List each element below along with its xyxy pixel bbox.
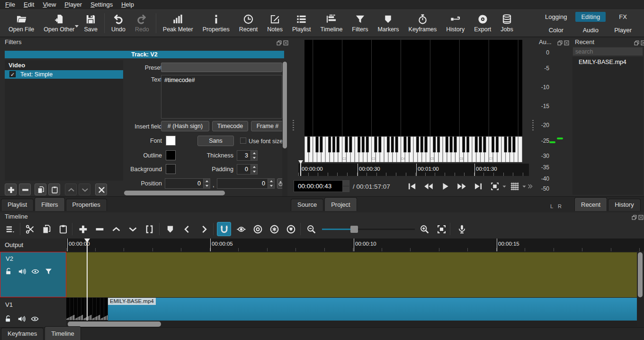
zoom-slider-handle[interactable] — [350, 226, 358, 233]
redo-button[interactable]: Redo — [130, 11, 154, 36]
split-button[interactable] — [142, 222, 156, 236]
properties-button[interactable]: Properties — [198, 11, 234, 36]
layout-logging[interactable]: Logging — [539, 12, 572, 22]
tab-playlist[interactable]: Playlist — [1, 199, 34, 211]
tab-filters[interactable]: Filters — [35, 197, 64, 211]
track-head-v2[interactable]: V2 — [0, 252, 66, 297]
panel-splitter-grip[interactable] — [532, 120, 534, 130]
tab-source[interactable]: Source — [291, 199, 323, 211]
float-panel-icon[interactable] — [276, 39, 282, 46]
track-lock-icon[interactable] — [5, 267, 13, 276]
paste-filter-button[interactable] — [48, 184, 60, 195]
menu-settings[interactable]: Settings — [86, 0, 117, 9]
font-color-swatch[interactable] — [166, 136, 176, 146]
lift-button[interactable] — [109, 222, 123, 236]
outline-color-swatch[interactable] — [166, 150, 176, 160]
marker-button[interactable] — [163, 222, 177, 236]
copy-filter-button[interactable] — [35, 184, 46, 195]
copy-button[interactable] — [39, 222, 54, 236]
cut-button[interactable] — [23, 222, 37, 236]
scrub-while-dragging-button[interactable] — [234, 222, 248, 236]
close-panel-icon[interactable] — [283, 39, 289, 46]
peak-meter-button[interactable]: Peak Meter — [158, 11, 198, 36]
record-audio-button[interactable] — [455, 222, 469, 236]
add-filter-button[interactable] — [5, 184, 17, 195]
grid-button[interactable] — [509, 180, 521, 193]
undo-button[interactable]: Undo — [107, 11, 130, 36]
recent-button[interactable]: Recent — [234, 11, 263, 36]
toolbar-overflow-button[interactable] — [527, 182, 533, 191]
insert-timecode-button[interactable]: Timecode — [212, 121, 248, 131]
move-filter-down-button[interactable] — [79, 184, 90, 195]
filters-vertical-scrollbar[interactable] — [282, 61, 287, 199]
ripple-markers-button[interactable] — [284, 222, 298, 236]
recent-list-item[interactable]: EMILY-BASE.mp4 — [579, 59, 626, 65]
track-head-v1[interactable]: V1 — [0, 298, 66, 327]
playlist-button[interactable]: Playlist — [287, 11, 316, 36]
zoom-out-button[interactable] — [304, 222, 318, 236]
history-button[interactable]: History — [441, 11, 469, 36]
timeline-horizontal-scrollbar[interactable] — [66, 321, 637, 327]
float-panel-icon[interactable] — [631, 214, 637, 220]
padding-spinner[interactable]: 0 — [237, 164, 258, 175]
ripple-delete-button[interactable] — [92, 222, 107, 236]
track-filter-icon[interactable] — [45, 267, 53, 276]
zoom-fit-button[interactable] — [434, 222, 448, 236]
skip-to-start-button[interactable] — [405, 180, 419, 193]
track-hide-icon[interactable] — [31, 267, 39, 276]
position-spinner[interactable]: 00:00:00:43 — [294, 180, 349, 192]
ripple-button[interactable] — [250, 222, 265, 236]
timeline-button[interactable]: Timeline — [316, 11, 348, 36]
overwrite-button[interactable] — [125, 222, 140, 236]
layout-color[interactable]: Color — [543, 25, 569, 35]
notes-button[interactable]: Notes — [262, 11, 287, 36]
snap-button[interactable] — [217, 222, 231, 236]
timeline-vertical-scrollbar[interactable] — [638, 252, 643, 298]
position-y-spinner[interactable]: 0 — [217, 178, 275, 189]
remove-filter-button[interactable] — [19, 184, 31, 195]
filters-horizontal-scrollbar[interactable] — [124, 191, 225, 195]
jobs-button[interactable]: Jobs — [496, 11, 518, 36]
player-time-ruler[interactable]: 00:00:0000:00:3000:01:0000:01:30 — [298, 164, 529, 176]
paste-button[interactable] — [56, 222, 70, 236]
timeline-menu-button[interactable] — [3, 222, 17, 236]
insert-hash-button[interactable]: # (Hash sign) — [161, 121, 209, 131]
layout-audio[interactable]: Audio — [577, 25, 604, 35]
tab-project[interactable]: Project — [324, 197, 357, 211]
append-button[interactable] — [76, 222, 90, 236]
menu-view[interactable]: View — [38, 0, 60, 9]
track-volume-icon[interactable] — [18, 267, 26, 276]
track-lock-icon[interactable] — [4, 315, 12, 323]
rewind-button[interactable] — [421, 180, 436, 193]
timeline-clip-v1[interactable]: EMILY-BASE.mp4 — [108, 298, 637, 321]
close-panel-icon[interactable] — [640, 39, 644, 46]
save-button[interactable]: Save — [80, 11, 103, 36]
tab-properties[interactable]: Properties — [66, 199, 107, 211]
skip-to-end-button[interactable] — [471, 180, 485, 193]
float-panel-icon[interactable] — [557, 39, 563, 46]
background-color-swatch[interactable] — [166, 164, 176, 174]
right-tab-history[interactable]: History — [608, 199, 640, 211]
output-track-label[interactable]: Output — [5, 241, 23, 248]
zoom-in-button[interactable] — [417, 222, 431, 236]
keyframes-button[interactable]: Keyframes — [404, 11, 442, 36]
right-tab-recent[interactable]: Recent — [574, 197, 607, 211]
insert-frame-button[interactable]: Frame # — [251, 121, 284, 131]
panel-splitter-grip[interactable] — [293, 120, 294, 130]
layout-player[interactable]: Player — [608, 25, 637, 35]
filter-list-item[interactable]: ✓ Text: Simple — [5, 70, 123, 79]
ripple-all-tracks-button[interactable] — [267, 222, 281, 236]
timeline-clip-v2[interactable] — [66, 252, 637, 297]
bottom-tab-keyframes[interactable]: Keyframes — [1, 328, 44, 340]
markers-button[interactable]: Markers — [373, 11, 403, 36]
filter-enabled-checkbox[interactable]: ✓ — [9, 71, 16, 77]
timeline-ruler[interactable]: 00:00:0000:00:0500:00:1000:00:15 — [66, 239, 644, 251]
menu-help[interactable]: Help — [117, 0, 138, 9]
open-other-button[interactable]: Open Other — [39, 11, 79, 36]
close-panel-icon[interactable] — [638, 214, 644, 220]
layout-fx[interactable]: FX — [613, 12, 633, 22]
layout-editing[interactable]: Editing — [575, 12, 606, 22]
close-panel-icon[interactable] — [564, 39, 570, 46]
move-filter-up-button[interactable] — [65, 184, 77, 195]
deselect-filter-button[interactable] — [95, 184, 107, 195]
